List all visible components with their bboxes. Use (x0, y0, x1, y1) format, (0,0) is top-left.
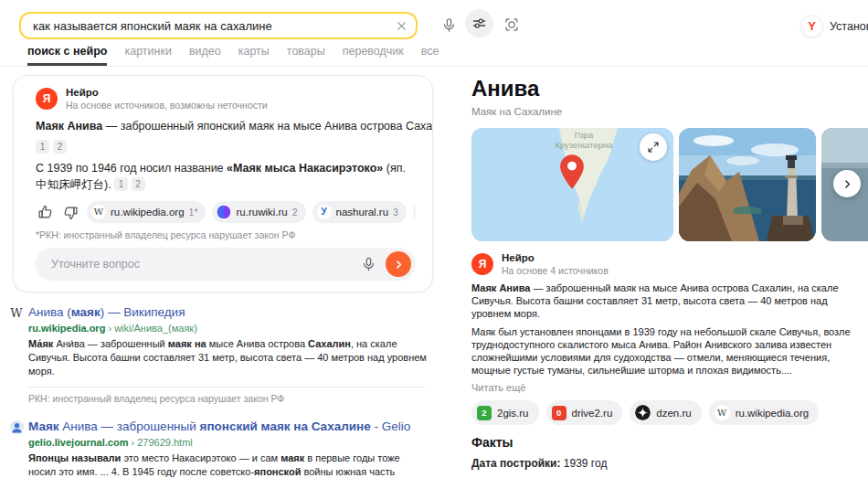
rkn-footnote: *РКН: иностранный владелец ресурса наруш… (36, 229, 416, 240)
summary-paragraph-1: Маяк Анива — заброшенный маяк на мысе Ан… (471, 281, 855, 320)
camera-viewfinder-icon (503, 16, 520, 33)
neuro-card-header: Я Нейро На основе источников, возможны н… (36, 87, 416, 111)
tab-video[interactable]: видео (189, 45, 221, 66)
yandex-serp-page: Y Установи поиск с нейро картинки видео … (0, 0, 868, 478)
ruwiki-icon (217, 205, 231, 219)
result-snippet: Ма́як Ани́ва — заброшенный маяк на мысе … (28, 337, 428, 378)
tab-goods[interactable]: товары (287, 45, 325, 66)
neuro-brand-label: Нейро (502, 252, 609, 264)
search-filters-button[interactable] (465, 9, 493, 37)
yandex-browser-icon: Y (800, 15, 823, 37)
carousel-next-button[interactable] (833, 170, 861, 197)
source-chip-2gis[interactable]: 2 2gis.ru (471, 400, 539, 425)
facts-section: Факты Дата постройки: 1939 год Высота: 3… (471, 435, 855, 478)
entity-map[interactable]: Гора Крузенштерна (471, 128, 673, 241)
search-result-gelio: Маяк Анива — заброшенный японский маяк н… (0, 419, 433, 478)
answer-text-part: С 1939 по 1946 год носил название (36, 162, 227, 175)
tabs-divider (0, 66, 868, 67)
chevron-right-icon (392, 258, 406, 271)
source-chip-dzen[interactable]: dzen.ru (630, 400, 701, 425)
source-site: ru.wikipedia.org (111, 207, 185, 218)
read-more-link[interactable]: Читать ещё (471, 382, 855, 393)
facts-title: Факты (471, 435, 855, 450)
source-chip-nashural[interactable]: У nashural.ru 3 (312, 201, 407, 223)
neuro-summary-header: Я Нейро На основе 4 источников (471, 252, 855, 276)
citation-badge[interactable]: 1 (36, 140, 49, 154)
followup-input[interactable] (49, 257, 361, 271)
search-box (19, 12, 418, 39)
voice-search-button[interactable] (439, 15, 458, 35)
install-browser-promo[interactable]: Y Установи (800, 15, 868, 37)
source-number: 3 (393, 207, 398, 218)
neuro-answer-line-2: С 1939 по 1946 год носил название «Маяк … (36, 160, 414, 193)
feedback-and-sources-row: W ru.wikipedia.org 1* ru.ruwiki.ru 2 У n… (36, 201, 416, 223)
search-tabs: поиск с нейро картинки видео карты товар… (27, 45, 439, 66)
tab-all[interactable]: все (421, 45, 439, 66)
citation-badge[interactable]: 2 (53, 140, 67, 154)
entity-neuro-summary: Я Нейро На основе 4 источников Маяк Анив… (471, 252, 855, 478)
entity-media-row: Гора Крузенштерна (471, 128, 855, 241)
source-chip-ruwiki[interactable]: ru.ruwiki.ru 2 (212, 201, 305, 223)
microphone-icon[interactable] (361, 255, 376, 273)
source-chip-gelio[interactable]: gelio. (413, 201, 416, 223)
install-browser-label: Установи (830, 20, 868, 33)
source-site: dzen.ru (656, 408, 691, 419)
rkn-notice: РКН: иностранный владелец ресурса наруша… (28, 393, 433, 404)
entity-panel: Анива Маяк на Сахалине Гора Крузенштерна (471, 77, 855, 478)
neuro-logo-icon: Я (36, 88, 58, 110)
thumbs-up-button[interactable] (36, 203, 55, 222)
dzen-icon (635, 405, 651, 420)
result-snippet: Японцы называли это место Накасирэтоко —… (28, 451, 428, 478)
search-input[interactable] (21, 19, 386, 33)
tab-images[interactable]: картинки (124, 45, 171, 66)
source-chip-wikipedia[interactable]: W ru.wikipedia.org 1* (87, 201, 206, 223)
entity-title: Анива (471, 77, 855, 101)
microphone-icon (441, 16, 457, 35)
image-search-button[interactable] (502, 15, 521, 35)
results-column: Я Нейро На основе источников, возможны н… (0, 75, 433, 478)
source-site: ru.ruwiki.ru (236, 207, 287, 218)
answer-bold-part: Маяк Анива (36, 120, 102, 133)
source-site: ru.wikipedia.org (736, 408, 810, 419)
wikipedia-icon: W (715, 405, 730, 420)
source-chip-wikipedia[interactable]: W ru.wikipedia.org (709, 400, 820, 425)
result-url[interactable]: ru.wikipedia.org › wiki/Анива_(маяк) (28, 323, 433, 334)
neuro-logo-icon: Я (471, 253, 493, 275)
result-url[interactable]: gelio.livejournal.com › 279629.html (28, 437, 433, 448)
nashural-icon: У (317, 205, 332, 219)
neuro-disclaimer: На основе источников, возможны неточност… (66, 100, 268, 111)
result-title-link[interactable]: Маяк Анива — заброшенный японский маяк н… (28, 419, 428, 434)
source-site: nashural.ru (336, 207, 389, 218)
expand-arrows-icon (647, 141, 660, 154)
followup-input-box (36, 248, 416, 281)
source-site: drive2.ru (572, 408, 613, 419)
tab-maps[interactable]: карты (238, 45, 270, 66)
result-divider (28, 387, 426, 388)
tab-translate[interactable]: переводчик (343, 45, 404, 66)
citation-row: 1 2 (36, 140, 416, 154)
entity-sources-row: 2 2gis.ru 0 drive2.ru dzen.ru W ru.wikip… (471, 400, 855, 425)
answer-bold-part: «Маяк мыса Накасирэтоко» (227, 162, 383, 175)
result-title-link[interactable]: Анива (маяк) — Википедия (28, 304, 428, 320)
lighthouse-photo-graphic (679, 128, 816, 241)
expand-map-button[interactable] (640, 133, 667, 161)
answer-text-part: — заброшенный японский маяк на мысе Анив… (102, 120, 433, 133)
neuro-source-note: На основе 4 источников (502, 265, 609, 276)
citation-badge[interactable]: 1 (114, 177, 128, 191)
sliders-icon (471, 16, 487, 31)
source-chip-drive2[interactable]: 0 drive2.ru (546, 400, 623, 425)
summary-paragraph-2: Маяк был установлен японцами в 1939 году… (471, 325, 855, 377)
citation-badge[interactable]: 2 (132, 177, 145, 191)
clear-query-button[interactable] (386, 14, 416, 37)
tab-neuro-search[interactable]: поиск с нейро (27, 45, 107, 66)
wikipedia-favicon-icon: W (9, 305, 24, 320)
fact-row: Дата постройки: 1939 год (471, 457, 855, 471)
lighthouse-photo[interactable] (679, 128, 816, 241)
send-question-button[interactable] (386, 251, 411, 277)
close-icon (396, 20, 408, 32)
map-pin-icon (559, 154, 585, 190)
neuro-brand-label: Нейро (66, 87, 268, 99)
map-place-label: Гора Крузенштерна (548, 130, 619, 150)
neuro-answer-card: Я Нейро На основе источников, возможны н… (13, 75, 433, 292)
thumbs-down-button[interactable] (61, 203, 80, 222)
